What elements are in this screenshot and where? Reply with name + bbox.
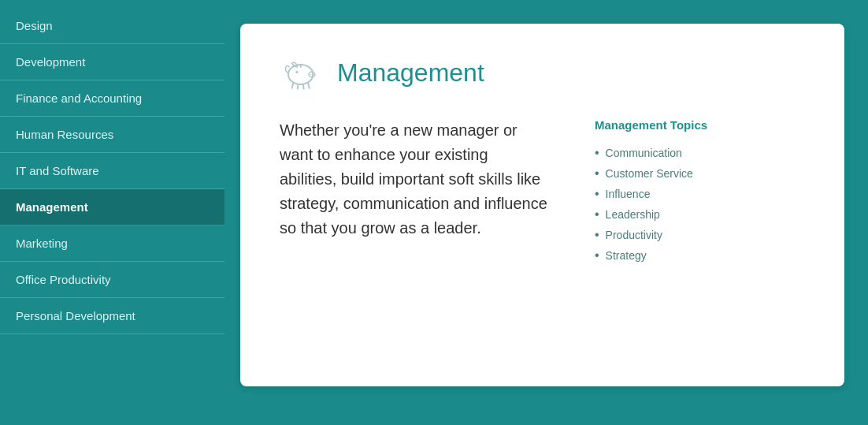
main-content: Management Whether you're a new manager … xyxy=(224,0,868,425)
svg-point-4 xyxy=(312,74,313,76)
topic-item: Influence xyxy=(595,184,736,204)
sidebar-item-human-resources[interactable]: Human Resources xyxy=(0,117,224,153)
sidebar: DesignDevelopmentFinance and AccountingH… xyxy=(0,0,224,425)
sidebar-item-development[interactable]: Development xyxy=(0,44,224,80)
topic-item: Communication xyxy=(595,143,736,163)
sidebar-item-design[interactable]: Design xyxy=(0,8,224,44)
sidebar-item-marketing[interactable]: Marketing xyxy=(0,226,224,262)
card-description: Whether you're a new manager or want to … xyxy=(280,118,547,266)
sidebar-item-personal-development[interactable]: Personal Development xyxy=(0,298,224,334)
management-icon xyxy=(280,55,323,91)
topics-heading: Management Topics xyxy=(595,118,736,132)
svg-line-7 xyxy=(303,84,304,89)
svg-line-6 xyxy=(298,84,299,89)
card-title: Management xyxy=(337,58,484,88)
svg-line-5 xyxy=(292,83,294,88)
topics-section: Management Topics CommunicationCustomer … xyxy=(595,118,736,266)
sidebar-item-finance-and-accounting[interactable]: Finance and Accounting xyxy=(0,80,224,117)
svg-point-2 xyxy=(309,72,315,76)
sidebar-item-management[interactable]: Management xyxy=(0,189,224,226)
topics-list: CommunicationCustomer ServiceInfluenceLe… xyxy=(595,143,736,266)
sidebar-item-office-productivity[interactable]: Office Productivity xyxy=(0,262,224,298)
sidebar-item-it-and-software[interactable]: IT and Software xyxy=(0,153,224,189)
svg-point-3 xyxy=(310,74,312,76)
card-body: Whether you're a new manager or want to … xyxy=(280,118,805,266)
management-card: Management Whether you're a new manager … xyxy=(240,24,844,386)
svg-line-8 xyxy=(308,83,310,88)
topic-item: Productivity xyxy=(595,225,736,245)
topic-item: Customer Service xyxy=(595,163,736,184)
svg-point-1 xyxy=(295,71,298,73)
topic-item: Strategy xyxy=(595,245,736,266)
card-header: Management xyxy=(280,55,805,91)
topic-item: Leadership xyxy=(595,204,736,225)
